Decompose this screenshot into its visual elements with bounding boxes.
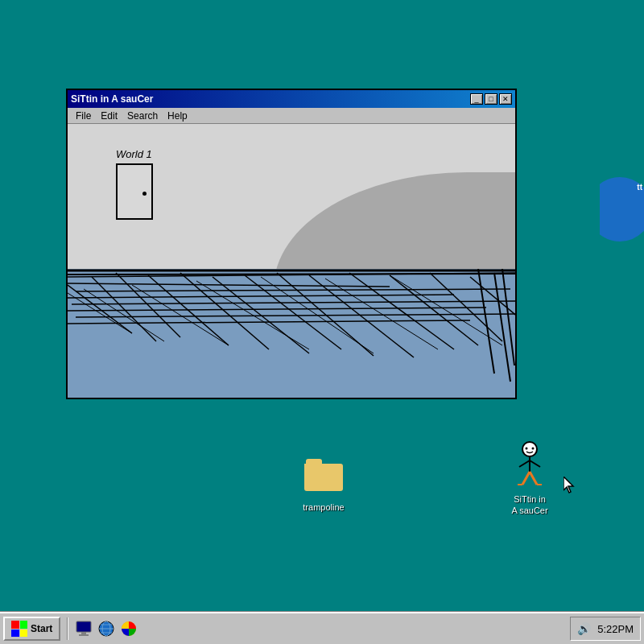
svg-line-9 xyxy=(92,277,156,341)
svg-rect-46 xyxy=(79,634,89,636)
menu-file[interactable]: File xyxy=(71,109,96,122)
logo-red xyxy=(11,621,19,629)
svg-line-4 xyxy=(72,301,515,304)
svg-line-32 xyxy=(68,274,515,275)
svg-line-30 xyxy=(502,269,514,365)
clock: 5:22PM xyxy=(597,623,634,635)
desktop-icon-sittin[interactable]: SiTtin in A sauCer xyxy=(497,441,562,518)
door xyxy=(116,163,153,220)
svg-line-39 xyxy=(522,472,530,485)
folder-shape xyxy=(304,459,343,491)
svg-line-37 xyxy=(519,460,530,467)
world-label: World 1 xyxy=(116,148,153,160)
svg-line-5 xyxy=(68,308,486,311)
menu-edit[interactable]: Edit xyxy=(96,109,122,122)
svg-point-33 xyxy=(522,442,537,456)
system-tray: 🔊 5:22PM xyxy=(570,617,641,641)
trampoline-label: trampoline xyxy=(300,501,346,514)
sittin-label: SiTtin in A sauCer xyxy=(509,493,550,518)
logo-blue xyxy=(11,630,19,638)
svg-line-20 xyxy=(470,277,515,317)
taskbar-divider-1 xyxy=(67,617,68,640)
menu-help[interactable]: Help xyxy=(163,109,192,122)
stickfigure-svg xyxy=(510,441,550,489)
svg-line-1 xyxy=(68,283,390,287)
logo-yellow xyxy=(20,630,28,638)
window-title: SiTtin in A sauCer xyxy=(71,93,153,105)
svg-rect-44 xyxy=(76,621,91,632)
svg-marker-43 xyxy=(564,477,573,493)
folder-body xyxy=(304,464,343,491)
start-label: Start xyxy=(31,623,52,634)
svg-line-10 xyxy=(116,273,180,337)
taskbar-quick-launch xyxy=(75,620,138,638)
stickfigure-icon xyxy=(510,441,550,489)
svg-line-8 xyxy=(68,285,132,333)
svg-line-27 xyxy=(390,275,502,345)
minimize-button[interactable]: _ xyxy=(470,93,483,105)
start-logo xyxy=(11,621,27,637)
mouse-cursor xyxy=(564,477,578,498)
taskbar-colorwheel-icon[interactable] xyxy=(120,620,138,638)
folder-icon-img xyxy=(304,459,343,497)
svg-line-23 xyxy=(132,285,229,345)
title-bar-buttons: _ □ ✕ xyxy=(470,93,512,105)
start-button[interactable]: Start xyxy=(3,617,60,641)
desktop-icon-trampoline[interactable]: trampoline xyxy=(291,459,356,514)
taskbar: Start 🔊 5:22PM xyxy=(0,612,644,644)
svg-point-34 xyxy=(526,448,528,450)
volume-icon[interactable]: 🔊 xyxy=(577,622,591,635)
svg-line-3 xyxy=(68,295,454,298)
ie-icon-area: tt xyxy=(600,173,644,246)
close-button[interactable]: ✕ xyxy=(499,93,512,105)
game-content: World 1 xyxy=(68,124,515,398)
ground xyxy=(68,269,515,398)
ground-scribbles xyxy=(68,269,515,398)
door-area: World 1 xyxy=(116,148,153,220)
logo-green xyxy=(20,621,28,629)
svg-point-35 xyxy=(532,448,535,450)
menu-search[interactable]: Search xyxy=(122,109,163,122)
maximize-button[interactable]: □ xyxy=(485,93,497,105)
desktop: SiTtin in A sauCer _ □ ✕ File Edit Searc… xyxy=(0,0,644,612)
menu-bar: File Edit Search Help xyxy=(68,108,515,124)
app-window: SiTtin in A sauCer _ □ ✕ File Edit Searc… xyxy=(66,89,517,399)
svg-line-38 xyxy=(530,460,540,467)
ie-label: tt xyxy=(637,183,642,192)
title-bar: SiTtin in A sauCer _ □ ✕ xyxy=(68,90,515,108)
taskbar-monitor-icon[interactable] xyxy=(75,620,93,638)
svg-line-40 xyxy=(530,472,537,485)
door-knob xyxy=(142,192,147,196)
svg-rect-45 xyxy=(81,632,86,634)
taskbar-globe-icon[interactable] xyxy=(97,620,115,638)
